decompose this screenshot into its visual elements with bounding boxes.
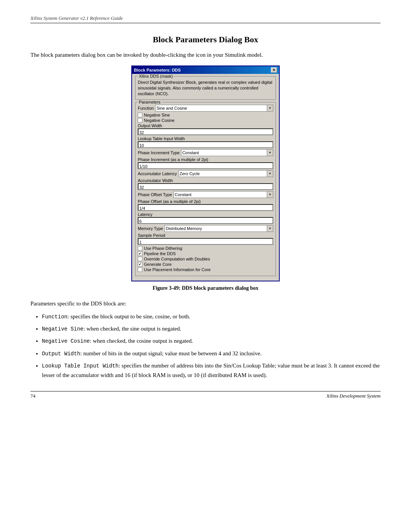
bullet-text-0: : specifies the block output to be sine,… [67, 313, 190, 320]
phase-offset-type-row: Phase Offset Type Constant ▼ [138, 191, 273, 198]
bullet-text-2: : when checked, the cosine output is neg… [90, 338, 193, 344]
use-placement-label: Use Placement Information for Core [144, 267, 210, 272]
negative-cosine-label: Negative Cosine [144, 118, 175, 123]
phase-offset-type-wrapper[interactable]: Constant ▼ [174, 191, 273, 198]
params-group-title: Parameters [138, 100, 162, 104]
dialog-title: Block Parameters: DDS [134, 68, 181, 72]
memory-type-label: Memory Type [138, 226, 163, 231]
phase-offset-type-select[interactable]: Constant ▼ [174, 191, 273, 198]
phase-offset-type-label: Phase Offset Type [138, 192, 172, 197]
accumulator-latency-wrapper[interactable]: Zero Cycle ▼ [178, 170, 273, 177]
override-computation-row: Override Computation with Doubles [138, 257, 273, 261]
pipeline-dds-label: Pipeline the DDS [144, 251, 176, 256]
memory-type-arrow[interactable]: ▼ [267, 225, 273, 232]
latency-input[interactable]: 6 [138, 217, 273, 224]
use-phase-dithering-checkbox[interactable] [138, 246, 142, 251]
figure-caption: Figure 3-49: DDS block parameters dialog… [30, 285, 381, 291]
use-placement-checkbox[interactable] [138, 267, 142, 272]
memory-type-wrapper[interactable]: Distributed Memory ▼ [164, 225, 273, 232]
list-item: Function: specifies the block output to … [42, 312, 381, 321]
accumulator-latency-select[interactable]: Zero Cycle ▼ [178, 170, 273, 177]
use-phase-dithering-label: Use Phase Dithering [144, 246, 182, 251]
phase-increment-input[interactable]: 1/10 [138, 162, 273, 169]
function-row: Function Sine and Cosine ▼ [138, 105, 273, 112]
bullet-code-0: Function [42, 314, 67, 320]
footer-brand: Xilinx Development System [327, 393, 381, 399]
bullet-text-1: : when checked, the sine output is negat… [83, 326, 181, 332]
accumulator-width-input[interactable]: 32 [138, 183, 273, 190]
dialog-close-button[interactable]: ✕ [271, 67, 277, 73]
accumulator-latency-arrow[interactable]: ▼ [267, 171, 273, 177]
bullet-code-4: Lookup Table Input Width [42, 363, 119, 369]
bullet-code-1: Negative Sine [42, 326, 83, 332]
output-width-input[interactable]: 32 [138, 128, 273, 135]
phase-offset-type-arrow[interactable]: ▼ [267, 192, 273, 198]
output-width-label: Output Width [138, 123, 273, 128]
lookup-table-label: Lookup Table Input Width [138, 136, 273, 141]
lookup-table-value: 10 [139, 143, 144, 148]
function-select-wrapper[interactable]: Sine and Cosine ▼ [155, 105, 273, 112]
list-item: Negative Cosine: when checked, the cosin… [42, 336, 381, 345]
function-dropdown-arrow[interactable]: ▼ [267, 105, 273, 111]
override-computation-checkbox[interactable] [138, 257, 142, 261]
use-phase-dithering-row: Use Phase Dithering [138, 246, 273, 251]
body-text: Parameters specific to the DDS block are… [30, 299, 381, 308]
generate-core-checkbox[interactable]: ✔ [138, 262, 142, 267]
use-placement-row: Use Placement Information for Core [138, 267, 273, 272]
negative-sine-label: Negative Sine [144, 113, 170, 117]
accumulator-width-value: 32 [139, 185, 144, 190]
phase-increment-type-label: Phase Increment Type [138, 150, 180, 155]
phase-increment-type-arrow[interactable]: ▼ [267, 150, 273, 156]
lookup-table-input[interactable]: 10 [138, 141, 273, 148]
phase-increment-label: Phase Increment (as a multiple of 2pi) [138, 157, 273, 162]
negative-cosine-row: Negative Cosine [138, 118, 273, 123]
phase-offset-input[interactable]: 1/4 [138, 204, 273, 211]
intro-text: The block parameters dialog box can be i… [30, 51, 381, 59]
dialog-titlebar: Block Parameters: DDS ✕ [132, 66, 279, 74]
generate-core-row: ✔ Generate Core [138, 262, 273, 267]
close-icon: ✕ [272, 68, 276, 72]
phase-increment-type-row: Phase Increment Type Constant ▼ [138, 149, 273, 156]
list-item: Negative Sine: when checked, the sine ou… [42, 324, 381, 333]
dialog-box: Block Parameters: DDS ✕ Xilinx DDS (mask… [131, 66, 280, 281]
mask-description: Direct Digital Synthesizer Block, genera… [138, 80, 273, 97]
bullet-list: Function: specifies the block output to … [42, 312, 381, 380]
phase-offset-label: Phase Offset (as a multiple of 2pi) [138, 199, 273, 204]
sample-period-label: Sample Period [138, 233, 273, 238]
bullet-code-3: Output Width [42, 351, 80, 357]
page-footer: 74 Xilinx Development System [30, 391, 381, 399]
pipeline-dds-checkbox[interactable]: ✔ [138, 251, 142, 256]
sample-period-value: 1 [139, 240, 142, 244]
mask-group-title: Xilinx DDS (mask) [138, 74, 174, 78]
memory-type-value: Distributed Memory [166, 226, 202, 231]
memory-type-row: Memory Type Distributed Memory ▼ [138, 225, 273, 232]
phase-offset-type-value: Constant [175, 192, 191, 197]
phase-increment-type-select[interactable]: Constant ▼ [181, 149, 273, 156]
negative-cosine-checkbox[interactable] [138, 118, 142, 123]
function-value: Sine and Cosine [156, 106, 187, 110]
section-title: Block Parameters Dialog Box [30, 35, 381, 45]
latency-label: Latency [138, 212, 273, 217]
accumulator-latency-row: Accumulator Latency Zero Cycle ▼ [138, 170, 273, 177]
params-group: Parameters Function Sine and Cosine ▼ [135, 102, 276, 276]
sample-period-input[interactable]: 1 [138, 238, 273, 245]
figure-caption-text: Figure 3-49: DDS block parameters dialog… [153, 285, 258, 291]
mask-group: Xilinx DDS (mask) Direct Digital Synthes… [135, 76, 276, 100]
page-header: Xilinx System Generator v2.1 Reference G… [30, 15, 381, 23]
memory-type-select[interactable]: Distributed Memory ▼ [164, 225, 273, 232]
output-width-value: 32 [139, 130, 144, 135]
phase-increment-type-value: Constant [182, 150, 199, 155]
list-item: Lookup Table Input Width: specifies the … [42, 361, 381, 379]
negative-sine-row: Negative Sine [138, 113, 273, 117]
dialog-body: Xilinx DDS (mask) Direct Digital Synthes… [132, 74, 279, 281]
latency-value: 6 [139, 219, 142, 224]
negative-sine-checkbox[interactable] [138, 113, 142, 117]
bullet-code-2: Negative Cosine [42, 338, 90, 344]
list-item: Output Width: number of bits in the outp… [42, 349, 381, 358]
phase-increment-type-wrapper[interactable]: Constant ▼ [181, 149, 273, 156]
function-select[interactable]: Sine and Cosine ▼ [155, 105, 273, 112]
function-label: Function [138, 106, 154, 110]
accumulator-width-label: Accumulator Width [138, 178, 273, 183]
pipeline-dds-row: ✔ Pipeline the DDS [138, 251, 273, 256]
phase-offset-value: 1/4 [139, 206, 145, 211]
